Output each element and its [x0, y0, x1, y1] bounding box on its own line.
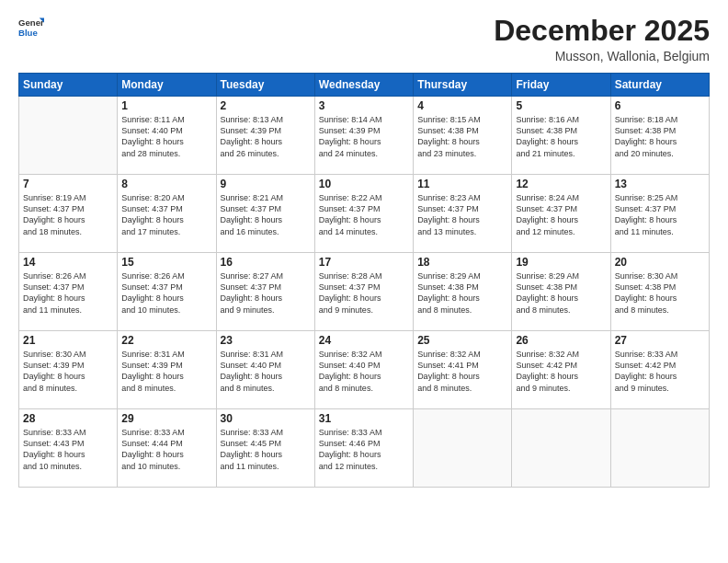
calendar-cell — [414, 409, 512, 488]
day-number: 27 — [615, 334, 705, 347]
cell-content: Sunrise: 8:33 AM Sunset: 4:43 PM Dayligh… — [23, 427, 113, 472]
day-number: 10 — [319, 178, 409, 190]
cell-content: Sunrise: 8:30 AM Sunset: 4:39 PM Dayligh… — [23, 349, 113, 394]
cell-content: Sunrise: 8:29 AM Sunset: 4:38 PM Dayligh… — [417, 270, 507, 316]
cell-content: Sunrise: 8:26 AM Sunset: 4:37 PM Dayligh… — [23, 270, 113, 316]
cell-content: Sunrise: 8:32 AM Sunset: 4:40 PM Dayligh… — [319, 349, 409, 394]
calendar-week-2: 7Sunrise: 8:19 AM Sunset: 4:37 PM Daylig… — [19, 175, 710, 253]
svg-text:General: General — [18, 17, 44, 28]
calendar-cell: 22Sunrise: 8:31 AM Sunset: 4:39 PM Dayli… — [118, 331, 216, 409]
column-header-thursday: Thursday — [414, 74, 512, 97]
day-number: 20 — [615, 256, 705, 269]
calendar-cell: 9Sunrise: 8:21 AM Sunset: 4:37 PM Daylig… — [216, 175, 314, 253]
day-number: 7 — [23, 178, 113, 190]
calendar-cell: 20Sunrise: 8:30 AM Sunset: 4:38 PM Dayli… — [610, 253, 709, 331]
calendar-cell: 26Sunrise: 8:32 AM Sunset: 4:42 PM Dayli… — [512, 331, 610, 409]
cell-content: Sunrise: 8:22 AM Sunset: 4:37 PM Dayligh… — [319, 192, 409, 237]
calendar-table: SundayMondayTuesdayWednesdayThursdayFrid… — [18, 73, 710, 488]
day-number: 14 — [23, 256, 113, 269]
day-number: 17 — [319, 256, 409, 269]
day-number: 6 — [615, 99, 705, 112]
day-number: 4 — [417, 99, 507, 112]
calendar-cell: 1Sunrise: 8:11 AM Sunset: 4:40 PM Daylig… — [118, 97, 216, 175]
logo: General Blue — [18, 15, 44, 40]
calendar-cell: 14Sunrise: 8:26 AM Sunset: 4:37 PM Dayli… — [19, 253, 118, 331]
cell-content: Sunrise: 8:31 AM Sunset: 4:40 PM Dayligh… — [221, 349, 311, 394]
calendar-cell: 19Sunrise: 8:29 AM Sunset: 4:38 PM Dayli… — [512, 253, 610, 331]
day-number: 5 — [516, 99, 606, 112]
calendar-cell — [610, 409, 709, 488]
calendar-cell: 17Sunrise: 8:28 AM Sunset: 4:37 PM Dayli… — [314, 253, 413, 331]
cell-content: Sunrise: 8:28 AM Sunset: 4:37 PM Dayligh… — [319, 270, 409, 316]
cell-content: Sunrise: 8:30 AM Sunset: 4:38 PM Dayligh… — [615, 270, 705, 316]
calendar-header-row: SundayMondayTuesdayWednesdayThursdayFrid… — [19, 74, 710, 97]
cell-content: Sunrise: 8:13 AM Sunset: 4:39 PM Dayligh… — [221, 114, 311, 159]
cell-content: Sunrise: 8:33 AM Sunset: 4:42 PM Dayligh… — [615, 349, 705, 394]
svg-text:Blue: Blue — [18, 28, 38, 38]
day-number: 25 — [417, 334, 507, 347]
location-subtitle: Musson, Wallonia, Belgium — [494, 49, 710, 63]
calendar-cell: 15Sunrise: 8:26 AM Sunset: 4:37 PM Dayli… — [118, 253, 216, 331]
cell-content: Sunrise: 8:26 AM Sunset: 4:37 PM Dayligh… — [121, 270, 211, 316]
calendar-cell: 16Sunrise: 8:27 AM Sunset: 4:37 PM Dayli… — [216, 253, 314, 331]
cell-content: Sunrise: 8:16 AM Sunset: 4:38 PM Dayligh… — [516, 114, 606, 159]
day-number: 22 — [121, 334, 211, 347]
day-number: 31 — [319, 412, 409, 425]
column-header-sunday: Sunday — [19, 74, 118, 97]
calendar-week-4: 21Sunrise: 8:30 AM Sunset: 4:39 PM Dayli… — [19, 331, 710, 409]
cell-content: Sunrise: 8:15 AM Sunset: 4:38 PM Dayligh… — [417, 114, 507, 159]
cell-content: Sunrise: 8:20 AM Sunset: 4:37 PM Dayligh… — [121, 192, 211, 237]
calendar-cell: 7Sunrise: 8:19 AM Sunset: 4:37 PM Daylig… — [19, 175, 118, 253]
day-number: 28 — [23, 412, 113, 425]
cell-content: Sunrise: 8:32 AM Sunset: 4:41 PM Dayligh… — [417, 349, 507, 394]
day-number: 19 — [516, 256, 606, 269]
column-header-friday: Friday — [512, 74, 610, 97]
column-header-saturday: Saturday — [610, 74, 709, 97]
calendar-week-1: 1Sunrise: 8:11 AM Sunset: 4:40 PM Daylig… — [19, 97, 710, 175]
day-number: 2 — [221, 99, 311, 112]
calendar-cell: 18Sunrise: 8:29 AM Sunset: 4:38 PM Dayli… — [414, 253, 512, 331]
day-number: 30 — [221, 412, 311, 425]
cell-content: Sunrise: 8:31 AM Sunset: 4:39 PM Dayligh… — [121, 349, 211, 394]
column-header-wednesday: Wednesday — [314, 74, 413, 97]
page-header: General Blue December 2025 Musson, Wallo… — [18, 15, 710, 63]
cell-content: Sunrise: 8:11 AM Sunset: 4:40 PM Dayligh… — [121, 114, 211, 159]
day-number: 18 — [417, 256, 507, 269]
calendar-cell: 5Sunrise: 8:16 AM Sunset: 4:38 PM Daylig… — [512, 97, 610, 175]
logo-icon: General Blue — [18, 15, 44, 40]
day-number: 16 — [221, 256, 311, 269]
day-number: 12 — [516, 178, 606, 190]
calendar-week-3: 14Sunrise: 8:26 AM Sunset: 4:37 PM Dayli… — [19, 253, 710, 331]
cell-content: Sunrise: 8:19 AM Sunset: 4:37 PM Dayligh… — [23, 192, 113, 237]
column-header-tuesday: Tuesday — [216, 74, 314, 97]
cell-content: Sunrise: 8:14 AM Sunset: 4:39 PM Dayligh… — [319, 114, 409, 159]
day-number: 29 — [121, 412, 211, 425]
day-number: 26 — [516, 334, 606, 347]
calendar-cell: 12Sunrise: 8:24 AM Sunset: 4:37 PM Dayli… — [512, 175, 610, 253]
day-number: 8 — [121, 178, 211, 190]
calendar-cell: 31Sunrise: 8:33 AM Sunset: 4:46 PM Dayli… — [314, 409, 413, 488]
calendar-cell — [512, 409, 610, 488]
calendar-cell — [19, 97, 118, 175]
calendar-cell: 25Sunrise: 8:32 AM Sunset: 4:41 PM Dayli… — [414, 331, 512, 409]
calendar-cell: 4Sunrise: 8:15 AM Sunset: 4:38 PM Daylig… — [414, 97, 512, 175]
day-number: 3 — [319, 99, 409, 112]
cell-content: Sunrise: 8:18 AM Sunset: 4:38 PM Dayligh… — [615, 114, 705, 159]
cell-content: Sunrise: 8:24 AM Sunset: 4:37 PM Dayligh… — [516, 192, 606, 237]
calendar-cell: 8Sunrise: 8:20 AM Sunset: 4:37 PM Daylig… — [118, 175, 216, 253]
day-number: 21 — [23, 334, 113, 347]
cell-content: Sunrise: 8:32 AM Sunset: 4:42 PM Dayligh… — [516, 349, 606, 394]
calendar-cell: 30Sunrise: 8:33 AM Sunset: 4:45 PM Dayli… — [216, 409, 314, 488]
cell-content: Sunrise: 8:29 AM Sunset: 4:38 PM Dayligh… — [516, 270, 606, 316]
calendar-week-5: 28Sunrise: 8:33 AM Sunset: 4:43 PM Dayli… — [19, 409, 710, 488]
day-number: 23 — [221, 334, 311, 347]
calendar-cell: 24Sunrise: 8:32 AM Sunset: 4:40 PM Dayli… — [314, 331, 413, 409]
month-title: December 2025 — [494, 15, 710, 47]
cell-content: Sunrise: 8:23 AM Sunset: 4:37 PM Dayligh… — [417, 192, 507, 237]
calendar-cell: 10Sunrise: 8:22 AM Sunset: 4:37 PM Dayli… — [314, 175, 413, 253]
calendar-cell: 2Sunrise: 8:13 AM Sunset: 4:39 PM Daylig… — [216, 97, 314, 175]
cell-content: Sunrise: 8:27 AM Sunset: 4:37 PM Dayligh… — [221, 270, 311, 316]
column-header-monday: Monday — [118, 74, 216, 97]
day-number: 1 — [121, 99, 211, 112]
calendar-cell: 11Sunrise: 8:23 AM Sunset: 4:37 PM Dayli… — [414, 175, 512, 253]
